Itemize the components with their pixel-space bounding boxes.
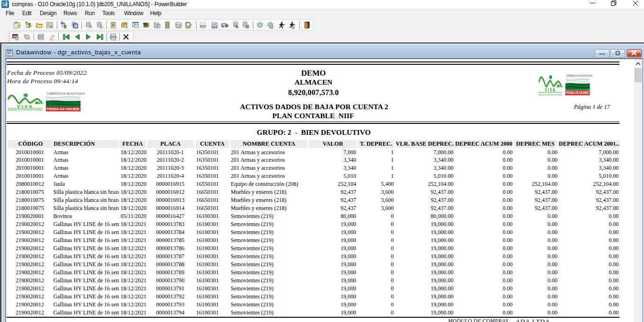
svg-text:010: 010: [212, 25, 217, 28]
svg-text:PIENSA EN GRANDE: PIENSA EN GRANDE: [566, 91, 590, 95]
svg-text:Empresa de Vivienda de Antioqu: Empresa de Vivienda de Antioquia: [539, 93, 562, 96]
svg-text:Empresa de Vivienda de Antioqu: Empresa de Vivienda de Antioquia: [8, 109, 43, 111]
svg-text:PIENSA EN GRANDE: PIENSA EN GRANDE: [47, 107, 80, 112]
svg-text:VIVA: VIVA: [545, 87, 556, 93]
svg-text:010: 010: [200, 25, 206, 28]
svg-text:VIVA: VIVA: [17, 104, 34, 109]
